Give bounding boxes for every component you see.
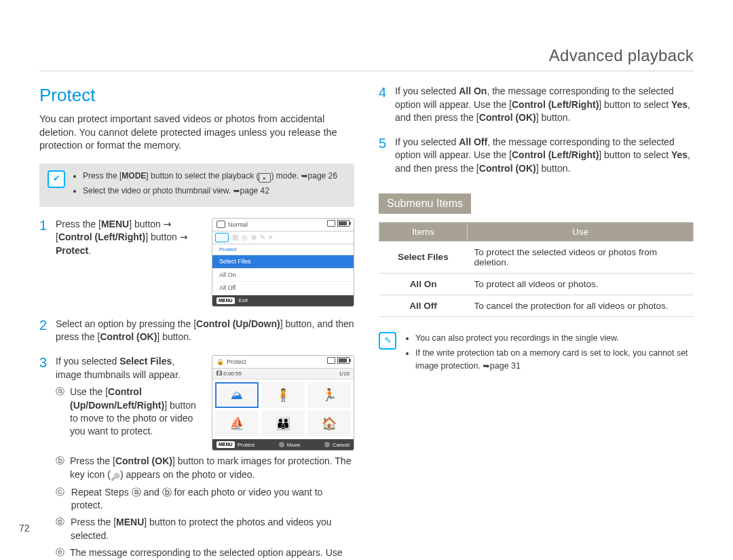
key-icon (111, 472, 120, 482)
step-number: 1 (39, 218, 49, 307)
thumbnail: 👪 (261, 411, 305, 436)
step-5-text: If you selected All Off, the message cor… (395, 136, 694, 176)
info-note-1: You can also protect you recordings in t… (415, 332, 694, 345)
step-number: 3 (39, 355, 49, 560)
prerequisite-note: ✔ Press the [MODE] button to select the … (39, 164, 354, 207)
sub-step-e: ⓔ The message corresponding to the selec… (56, 546, 354, 560)
info-note: ✎ You can also protect you recordings in… (379, 332, 694, 375)
thumbnail: 🏠 (307, 411, 351, 436)
info-icon: ✎ (379, 332, 396, 350)
table-row: Select Files To protect the selected vid… (379, 241, 694, 273)
dd-all-on: All On (212, 269, 354, 282)
info-note-2: If the write protection tab on a memory … (415, 347, 694, 373)
submenu-table: Items Use Select Files To protect the se… (379, 222, 694, 317)
check-icon: ✔ (48, 170, 65, 188)
thumbnail: ⛵ (215, 411, 259, 436)
submenu-heading: Submenu Items (379, 193, 471, 214)
battery-icon (337, 220, 350, 227)
intro-text: You can protect important saved videos o… (39, 113, 354, 153)
step-2-text: Select an option by pressing the [Contro… (56, 318, 354, 344)
card-icon (327, 220, 335, 227)
chapter-title: Advanced playback (39, 46, 694, 71)
pre-note-1: Press the [MODE] button to select the pl… (83, 170, 337, 183)
pre-note-2: Select the video or photo thumbnail view… (83, 185, 337, 197)
card-icon (327, 357, 335, 364)
left-column: Protect You can protect important saved … (39, 85, 354, 560)
step-number: 4 (379, 85, 388, 125)
step-4-text: If you selected All On, the message corr… (395, 85, 694, 125)
step-4: 4 If you selected All On, the message co… (379, 85, 694, 125)
dd-header: Protect (212, 244, 354, 255)
sub-step-b: ⓑ Press the [Control (OK)] button to mar… (56, 455, 354, 481)
thumbnail: 🧍 (261, 382, 305, 408)
menu-key-label: MENU (217, 297, 235, 304)
step-3-text: If you selected Select Files, image thum… (56, 355, 202, 442)
camera-icon (217, 221, 225, 228)
table-row: All On To protect all videos or photos. (379, 273, 694, 295)
lcd-mock-thumbnails: 🔒Protect 🎞 0:00:55 1/10 ⛰ 🧍 (212, 355, 354, 451)
page-number: 72 (19, 523, 30, 534)
table-row: All Off To cancel the protection for all… (379, 295, 694, 316)
sub-step-c: ⓒ Repeat Steps ⓐ and ⓑ for each photo or… (56, 486, 354, 512)
step-number: 2 (39, 318, 49, 344)
step-2: 2 Select an option by pressing the [Cont… (39, 318, 354, 344)
step-5: 5 If you selected All Off, the message c… (379, 136, 694, 176)
dd-all-off: All Off (212, 282, 354, 295)
menu-key-label: MENU (217, 441, 235, 448)
battery-icon (337, 357, 350, 364)
lock-icon: 🔒 (217, 358, 224, 367)
thumbnail: ⛰ (215, 382, 259, 408)
step-3: 3 If you selected Select Files, image th… (39, 355, 354, 560)
protect-tab-icon (215, 233, 229, 242)
page-content: Advanced playback Protect You can protec… (39, 46, 694, 560)
right-column: 4 If you selected All On, the message co… (379, 85, 694, 560)
section-title: Protect (39, 85, 354, 106)
step-1-text: Press the [MENU] button → [Control (Left… (56, 218, 202, 258)
col-items: Items (379, 222, 468, 241)
step-1: 1 Press the [MENU] button → [Control (Le… (39, 218, 354, 307)
playback-icon (259, 173, 271, 183)
sub-step-d: ⓓ Press the [MENU] button to protect the… (56, 516, 354, 542)
cancel-dot-icon (324, 442, 330, 447)
col-use: Use (468, 222, 694, 241)
step-number: 5 (379, 136, 388, 176)
move-dot-icon (279, 442, 284, 447)
dd-select-files: Select Files (212, 255, 354, 269)
thumbnail: 🏃 (307, 382, 351, 408)
lcd-mock-menu: Normal ▥◎⊕✎≡ Protect Select Files (212, 218, 354, 307)
sub-step-a: ⓐ Use the [Control (Up/Down/Left/Right)]… (56, 386, 202, 438)
